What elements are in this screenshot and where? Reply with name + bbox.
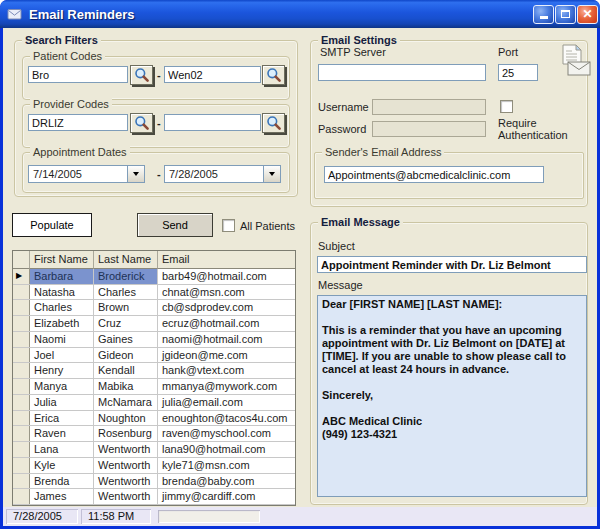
first-name-cell[interactable]: Natasha <box>30 285 94 300</box>
first-name-cell[interactable]: Lana <box>30 442 94 457</box>
message-textarea[interactable]: Dear [FIRST NAME] [LAST NAME]: This is a… <box>317 295 587 497</box>
table-row[interactable]: JuliaMcNamarajulia@email.com <box>13 395 295 411</box>
table-row[interactable]: HenryKendallhank@vtext.com <box>13 363 295 379</box>
last-name-cell[interactable]: McNamara <box>94 395 158 410</box>
patient-code-to-input[interactable] <box>164 66 261 83</box>
email-cell[interactable]: enoughton@tacos4u.com <box>158 411 295 426</box>
last-name-cell[interactable]: Charles <box>94 285 158 300</box>
row-selector[interactable] <box>13 316 30 331</box>
first-name-cell[interactable]: Kyle <box>30 458 94 473</box>
last-name-cell[interactable]: Brown <box>94 300 158 315</box>
email-cell[interactable]: naomi@hotmail.com <box>158 332 295 347</box>
last-name-cell[interactable]: Cruz <box>94 316 158 331</box>
table-row[interactable]: KyleWentworthkyle71@msn.com <box>13 458 295 474</box>
row-selector[interactable] <box>13 363 30 378</box>
smtp-server-input[interactable] <box>318 64 486 81</box>
column-header-email[interactable]: Email <box>158 251 295 269</box>
email-cell[interactable]: kyle71@msn.com <box>158 458 295 473</box>
username-input[interactable] <box>372 99 486 115</box>
row-selector[interactable] <box>13 474 30 489</box>
table-row[interactable]: ▶BarbaraBroderickbarb49@hotmail.com <box>13 269 295 285</box>
email-cell[interactable]: raven@myschool.com <box>158 426 295 441</box>
table-row[interactable]: EricaNoughtonenoughton@tacos4u.com <box>13 411 295 427</box>
last-name-cell[interactable]: Kendall <box>94 363 158 378</box>
provider-code-from-input[interactable] <box>28 114 128 131</box>
last-name-cell[interactable]: Gaines <box>94 332 158 347</box>
table-row[interactable]: NatashaCharleschnat@msn.com <box>13 285 295 301</box>
first-name-cell[interactable]: Elizabeth <box>30 316 94 331</box>
all-patients-checkbox[interactable] <box>222 219 235 232</box>
table-row[interactable]: NaomiGainesnaomi@hotmail.com <box>13 332 295 348</box>
last-name-cell[interactable]: Wentworth <box>94 458 158 473</box>
email-cell[interactable]: brenda@baby.com <box>158 474 295 489</box>
row-selector[interactable] <box>13 411 30 426</box>
table-row[interactable]: RavenRosenburgraven@myschool.com <box>13 426 295 442</box>
email-cell[interactable]: jimmy@cardiff.com <box>158 489 295 504</box>
subject-input[interactable] <box>317 256 587 273</box>
first-name-cell[interactable]: Julia <box>30 395 94 410</box>
row-selector[interactable] <box>13 426 30 441</box>
row-selector[interactable] <box>13 395 30 410</box>
last-name-cell[interactable]: Wentworth <box>94 442 158 457</box>
patient-code-from-search-button[interactable] <box>130 65 153 85</box>
table-row[interactable]: CharlesBrowncb@sdprodev.com <box>13 300 295 316</box>
provider-code-to-input[interactable] <box>164 114 261 131</box>
require-auth-checkbox[interactable] <box>500 100 513 113</box>
patient-code-to-search-button[interactable] <box>262 65 285 85</box>
date-from-dropdown[interactable]: 7/14/2005 <box>28 165 145 183</box>
table-row[interactable]: BrendaWentworthbrenda@baby.com <box>13 474 295 490</box>
patient-code-from-input[interactable] <box>28 66 128 83</box>
row-selector[interactable] <box>13 489 30 504</box>
email-cell[interactable]: hank@vtext.com <box>158 363 295 378</box>
date-to-dropdown[interactable]: 7/28/2005 <box>164 165 281 183</box>
dropdown-button[interactable] <box>127 166 144 182</box>
last-name-cell[interactable]: Noughton <box>94 411 158 426</box>
column-header-last-name[interactable]: Last Name <box>94 251 158 269</box>
first-name-cell[interactable]: Henry <box>30 363 94 378</box>
last-name-cell[interactable]: Broderick <box>94 269 158 284</box>
populate-button[interactable]: Populate <box>12 213 92 237</box>
password-input[interactable] <box>372 121 486 137</box>
last-name-cell[interactable]: Rosenburg <box>94 426 158 441</box>
first-name-cell[interactable]: Brenda <box>30 474 94 489</box>
last-name-cell[interactable]: Gideon <box>94 348 158 363</box>
sender-email-input[interactable] <box>324 166 544 183</box>
row-selector[interactable] <box>13 332 30 347</box>
close-button[interactable]: ✕ <box>577 5 598 24</box>
first-name-cell[interactable]: James <box>30 489 94 504</box>
email-cell[interactable]: barb49@hotmail.com <box>158 269 295 284</box>
row-selector[interactable] <box>13 379 30 394</box>
last-name-cell[interactable]: Mabika <box>94 379 158 394</box>
email-cell[interactable]: ecruz@hotmail.com <box>158 316 295 331</box>
maximize-button[interactable] <box>555 5 576 24</box>
port-input[interactable] <box>498 64 538 81</box>
first-name-cell[interactable]: Barbara <box>30 269 94 284</box>
row-selector[interactable] <box>13 442 30 457</box>
email-cell[interactable]: cb@sdprodev.com <box>158 300 295 315</box>
column-header-first-name[interactable]: First Name <box>30 251 94 269</box>
table-row[interactable]: ManyaMabikammanya@mywork.com <box>13 379 295 395</box>
provider-code-to-search-button[interactable] <box>262 113 285 133</box>
table-row[interactable]: LanaWentworthlana90@hotmail.com <box>13 442 295 458</box>
provider-code-from-search-button[interactable] <box>130 113 153 133</box>
row-selector[interactable] <box>13 300 30 315</box>
first-name-cell[interactable]: Erica <box>30 411 94 426</box>
first-name-cell[interactable]: Manya <box>30 379 94 394</box>
table-row[interactable]: ElizabethCruzecruz@hotmail.com <box>13 316 295 332</box>
first-name-cell[interactable]: Raven <box>30 426 94 441</box>
row-selector[interactable] <box>13 285 30 300</box>
send-button[interactable]: Send <box>137 213 213 237</box>
first-name-cell[interactable]: Charles <box>30 300 94 315</box>
row-selector[interactable] <box>13 458 30 473</box>
last-name-cell[interactable]: Wentworth <box>94 489 158 504</box>
minimize-button[interactable] <box>533 5 554 24</box>
row-selector[interactable]: ▶ <box>13 269 30 284</box>
email-cell[interactable]: jgideon@me.com <box>158 348 295 363</box>
email-cell[interactable]: lana90@hotmail.com <box>158 442 295 457</box>
email-cell[interactable]: chnat@msn.com <box>158 285 295 300</box>
table-row[interactable]: JoelGideonjgideon@me.com <box>13 348 295 364</box>
first-name-cell[interactable]: Joel <box>30 348 94 363</box>
email-cell[interactable]: julia@email.com <box>158 395 295 410</box>
table-row[interactable]: JamesWentworthjimmy@cardiff.com <box>13 489 295 505</box>
email-cell[interactable]: mmanya@mywork.com <box>158 379 295 394</box>
